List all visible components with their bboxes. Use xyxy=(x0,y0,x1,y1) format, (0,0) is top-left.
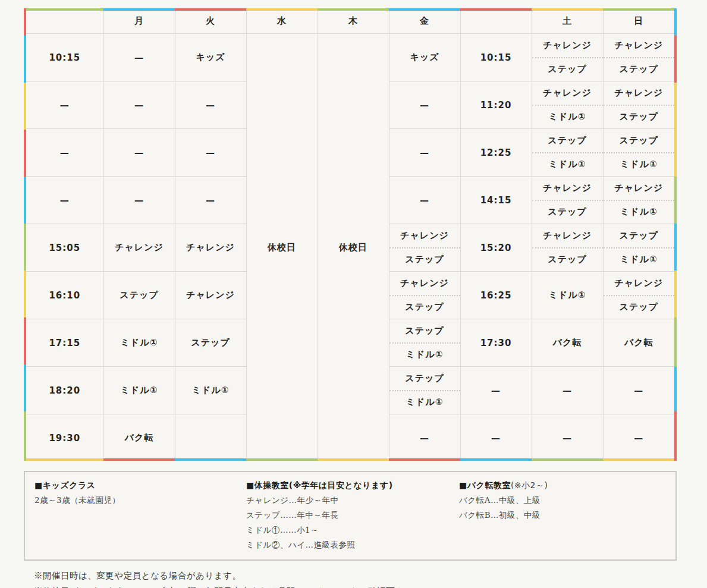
legend-line: バク転A…中級、上級 xyxy=(459,493,675,508)
legend-section-bakuten: ■バク転教室(※小2～) バク転A…中級、上級 バク転B…初級、中級 xyxy=(459,478,675,552)
cell-mon: バク転 xyxy=(103,414,175,462)
time-cell-right: 17:30 xyxy=(460,319,532,367)
class-entry: ステップ xyxy=(604,105,675,129)
cell-sat: バク転 xyxy=(532,319,603,367)
schedule-page: 月 火 水 木 金 土 日 10:15 — キッズ 休校日 休校日 キッズ xyxy=(0,0,707,588)
table-row: 10:15 — キッズ 休校日 休校日 キッズ 10:15 チャレンジ ステップ… xyxy=(26,34,674,81)
time-cell-left: 19:30 xyxy=(26,414,103,462)
cell-fri: ステップ ミドル① xyxy=(389,367,460,414)
class-entry: チャレンジ xyxy=(604,177,675,200)
class-entry: ミドル① xyxy=(604,152,675,177)
cell-tue: キッズ xyxy=(175,34,246,81)
cell-tue: ステップ xyxy=(175,319,246,367)
closed-cell-thu: 休校日 xyxy=(318,34,389,462)
cell-mon: — xyxy=(103,177,175,224)
class-entry: ミドル① xyxy=(389,342,460,367)
class-entry: ステップ xyxy=(604,295,675,319)
class-entry: ステップ xyxy=(604,129,675,152)
legend-line: 2歳～3歳（未就園児） xyxy=(34,493,246,508)
cell-sat: チャレンジ ステップ xyxy=(532,177,603,224)
class-entry: ミドル① xyxy=(532,152,603,177)
cell-fri: チャレンジ ステップ xyxy=(389,224,460,272)
cell-tue: — xyxy=(175,81,246,129)
day-header-mon: 月 xyxy=(103,8,175,34)
cell-mon: — xyxy=(103,34,175,81)
class-entry: ステップ xyxy=(604,224,675,247)
time-cell-left: — xyxy=(26,81,103,129)
cell-fri: キッズ xyxy=(389,34,460,81)
legend-box: ■キッズクラス 2歳～3歳（未就園児） ■体操教室(※学年は目安となります) チ… xyxy=(24,471,677,561)
cell-fri: — xyxy=(389,414,460,462)
cell-sun: ステップ ミドル① xyxy=(603,129,674,177)
class-entry: ステップ xyxy=(532,57,603,81)
time-cell-right: — xyxy=(460,367,532,414)
cell-fri: — xyxy=(389,81,460,129)
cell-sat: チャレンジ ステップ xyxy=(532,34,603,81)
corner-cell-right xyxy=(460,8,532,34)
time-cell-right: 12:25 xyxy=(460,129,532,177)
cell-sun: チャレンジ ステップ xyxy=(603,272,674,319)
cell-fri: — xyxy=(389,129,460,177)
cell-tue: チャレンジ xyxy=(175,224,246,272)
time-cell-left: 10:15 xyxy=(26,34,103,81)
cell-sun: チャレンジ ステップ xyxy=(603,34,674,81)
class-entry: チャレンジ xyxy=(532,177,603,200)
schedule-table-frame: 月 火 水 木 金 土 日 10:15 — キッズ 休校日 休校日 キッズ xyxy=(24,8,677,461)
class-entry: チャレンジ xyxy=(389,224,460,247)
class-entry: チャレンジ xyxy=(389,272,460,295)
time-cell-right: 15:20 xyxy=(460,224,532,272)
cell-sun: ステップ ミドル① xyxy=(603,224,674,272)
legend-line: チャレンジ…年少～年中 xyxy=(246,493,459,508)
schedule-table: 月 火 水 木 金 土 日 10:15 — キッズ 休校日 休校日 キッズ xyxy=(26,8,674,461)
class-entry: チャレンジ xyxy=(532,34,603,57)
legend-line: ミドル②、ハイ…進級表参照 xyxy=(246,537,459,552)
legend-line: ステップ……年中～年長 xyxy=(246,508,459,523)
class-entry: チャレンジ xyxy=(532,81,603,105)
cell-sun: バク転 xyxy=(603,319,674,367)
day-header-sat: 土 xyxy=(532,8,603,34)
legend-section-taiso: ■体操教室(※学年は目安となります) チャレンジ…年少～年中 ステップ……年中～… xyxy=(246,478,459,552)
class-entry: ステップ xyxy=(532,129,603,152)
closed-cell-wed: 休校日 xyxy=(246,34,318,462)
cell-tue: — xyxy=(175,177,246,224)
legend-line: バク転B…初級、中級 xyxy=(459,508,675,523)
cell-mon: ステップ xyxy=(103,272,175,319)
legend-section-kids: ■キッズクラス 2歳～3歳（未就園児） xyxy=(34,478,246,552)
time-cell-right: 14:15 xyxy=(460,177,532,224)
time-cell-right: — xyxy=(460,414,532,462)
day-header-fri: 金 xyxy=(389,8,460,34)
note-line: ※開催日時は、変更や定員となる場合があります。 xyxy=(34,568,707,583)
cell-fri: ステップ ミドル① xyxy=(389,319,460,367)
class-entry: ステップ xyxy=(389,319,460,342)
class-entry: チャレンジ xyxy=(604,272,675,295)
time-cell-left: — xyxy=(26,129,103,177)
corner-cell-left xyxy=(26,8,103,34)
time-cell-left: 17:15 xyxy=(26,319,103,367)
cell-tue: ミドル① xyxy=(175,367,246,414)
note-line: ※休校日がございますので、ご参加の際は年間予定表または月間スケジュールをご確認下… xyxy=(34,583,707,588)
cell-sun: チャレンジ ミドル① xyxy=(603,177,674,224)
frame-border-bottom xyxy=(24,458,677,461)
legend-line: ミドル①……小1～ xyxy=(246,523,459,537)
cell-sat: チャレンジ ステップ xyxy=(532,224,603,272)
class-entry: ミドル① xyxy=(389,390,460,414)
time-cell-right: 10:15 xyxy=(460,34,532,81)
cell-sat: — xyxy=(532,367,603,414)
time-cell-left: 15:05 xyxy=(26,224,103,272)
footer-notes: ※開催日時は、変更や定員となる場合があります。 ※休校日がございますので、ご参加… xyxy=(34,568,707,588)
legend-title: ■体操教室(※学年は目安となります) xyxy=(246,478,459,493)
cell-fri: チャレンジ ステップ xyxy=(389,272,460,319)
class-entry: チャレンジ xyxy=(604,34,675,57)
class-entry: ミドル① xyxy=(532,105,603,129)
cell-sat: ミドル① xyxy=(532,272,603,319)
class-entry: ステップ xyxy=(389,367,460,390)
cell-mon: チャレンジ xyxy=(103,224,175,272)
class-entry: ミドル① xyxy=(604,200,675,224)
class-entry: ステップ xyxy=(389,295,460,319)
cell-tue: チャレンジ xyxy=(175,272,246,319)
class-entry: ステップ xyxy=(532,200,603,224)
cell-mon: ミドル① xyxy=(103,367,175,414)
class-entry: ミドル① xyxy=(604,247,675,272)
cell-sun: — xyxy=(603,367,674,414)
time-cell-right: 11:20 xyxy=(460,81,532,129)
